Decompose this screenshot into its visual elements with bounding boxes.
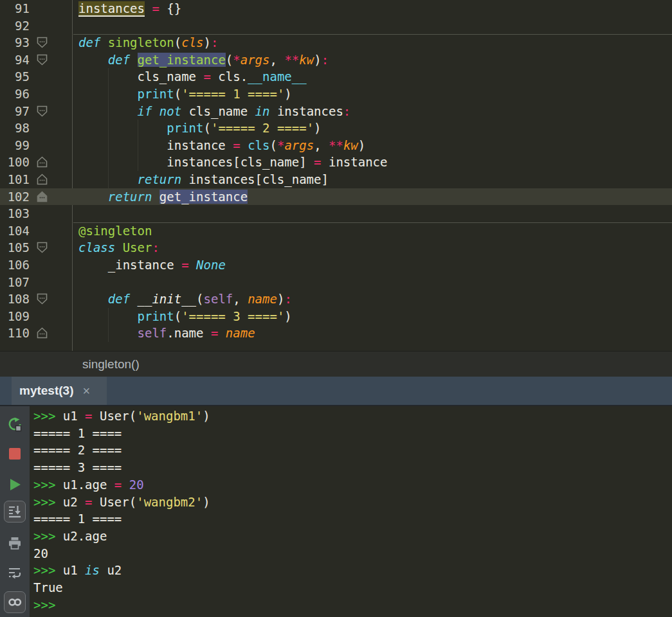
line-number[interactable]: 105 — [0, 239, 30, 256]
gutter-cell[interactable] — [30, 291, 78, 308]
gutter-cell[interactable] — [30, 205, 78, 222]
line-number[interactable]: 110 — [0, 325, 30, 342]
code-token — [241, 138, 248, 152]
python-console[interactable]: >>> u1 = User('wangbm1')===== 1 ========… — [0, 406, 672, 617]
tab-mytest[interactable]: mytest(3) × — [12, 377, 107, 405]
gutter-cell[interactable] — [30, 120, 78, 137]
line-number[interactable]: 99 — [0, 137, 30, 154]
gutter-cell[interactable] — [30, 239, 78, 256]
code-text[interactable]: print('===== 1 ====') — [78, 85, 672, 103]
fold-marker-icon[interactable] — [37, 105, 48, 117]
code-token: get_instance — [159, 190, 248, 204]
code-text[interactable] — [78, 274, 672, 291]
fold-marker-icon[interactable] — [37, 37, 48, 48]
code-text[interactable]: print('===== 3 ====') — [78, 308, 672, 325]
line-number[interactable]: 100 — [0, 154, 30, 171]
code-token: def — [108, 292, 130, 306]
code-token: : — [343, 104, 350, 118]
fold-marker-icon[interactable] — [37, 156, 48, 168]
line-number[interactable]: 104 — [0, 222, 30, 240]
rerun-button[interactable] — [4, 414, 26, 436]
line-number[interactable]: 95 — [0, 68, 30, 85]
scroll-to-end-toggle[interactable] — [4, 501, 26, 523]
code-editor[interactable]: 91instances = {}9293 def singleton(cls):… — [0, 0, 672, 351]
gutter-cell[interactable] — [30, 34, 78, 51]
line-number[interactable]: 109 — [0, 308, 30, 325]
fold-marker-icon[interactable] — [37, 242, 48, 253]
code-text[interactable] — [78, 205, 672, 222]
gutter-cell[interactable] — [30, 171, 78, 188]
line-number[interactable]: 107 — [0, 274, 30, 291]
gutter-cell[interactable] — [30, 256, 78, 274]
line-number[interactable]: 94 — [0, 51, 30, 69]
console-output[interactable]: >>> u1 = User('wangbm1')===== 1 ========… — [30, 406, 672, 617]
line-number[interactable]: 92 — [0, 17, 30, 35]
code-line: 109 print('===== 3 ====') — [0, 308, 672, 325]
stop-button[interactable] — [4, 443, 26, 465]
gutter-cell[interactable] — [30, 188, 78, 206]
fold-marker-icon[interactable] — [37, 327, 48, 339]
line-number[interactable]: 93 — [0, 34, 30, 51]
code-text[interactable]: def singleton(cls): — [78, 34, 672, 51]
fold-marker-icon[interactable] — [37, 293, 48, 305]
line-number[interactable]: 98 — [0, 120, 30, 137]
code-token: u1 — [63, 409, 85, 423]
code-text[interactable]: cls_name = cls.__name__ — [78, 68, 672, 85]
gutter-cell[interactable] — [30, 222, 78, 240]
code-text[interactable]: class User: — [78, 239, 672, 256]
code-text[interactable]: print('===== 2 ====') — [78, 120, 672, 137]
gutter-cell[interactable] — [30, 103, 78, 120]
fold-marker-icon[interactable] — [37, 174, 48, 185]
code-text[interactable]: return get_instance — [78, 188, 672, 206]
code-text[interactable]: instances[cls_name] = instance — [78, 154, 672, 171]
gutter-cell[interactable] — [30, 325, 78, 342]
code-token: : — [152, 240, 159, 255]
line-number[interactable]: 101 — [0, 171, 30, 188]
code-text[interactable]: _instance = None — [78, 256, 672, 274]
gutter-cell[interactable] — [30, 51, 78, 69]
gutter-cell[interactable] — [30, 68, 78, 85]
gutter-cell[interactable] — [30, 274, 78, 291]
line-number[interactable]: 103 — [0, 205, 30, 222]
gutter-cell[interactable] — [30, 137, 78, 154]
print-button[interactable] — [4, 532, 26, 554]
code-token: u1 — [63, 563, 85, 577]
gutter-cell[interactable] — [30, 85, 78, 103]
code-text[interactable]: @singleton — [78, 222, 672, 240]
code-text[interactable]: def __init__(self, name): — [78, 291, 672, 308]
code-line: 105 class User: — [0, 239, 672, 256]
code-line: 98 print('===== 2 ====') — [0, 120, 672, 137]
code-text[interactable]: if not cls_name in instances: — [78, 103, 672, 120]
soft-wrap-toggle[interactable] — [4, 562, 26, 584]
code-token: = — [203, 69, 210, 84]
gutter-cell[interactable] — [30, 308, 78, 325]
fold-marker-icon[interactable] — [37, 54, 48, 66]
fold-marker-icon[interactable] — [37, 191, 48, 202]
gutter-cell[interactable] — [30, 154, 78, 171]
code-text[interactable]: instance = cls(*args, **kw) — [78, 137, 672, 154]
code-token: def — [108, 53, 130, 67]
line-number[interactable]: 106 — [0, 256, 30, 274]
gutter-cell[interactable] — [30, 17, 78, 35]
code-text[interactable]: instances = {} — [78, 0, 672, 17]
execute-button[interactable] — [4, 474, 26, 496]
line-number[interactable]: 102 — [0, 188, 30, 206]
line-number[interactable]: 97 — [0, 103, 30, 120]
code-text[interactable]: return instances[cls_name] — [78, 171, 672, 188]
console-line: True — [33, 579, 672, 596]
line-number[interactable]: 96 — [0, 85, 30, 103]
code-token — [100, 35, 107, 49]
code-text[interactable]: def get_instance(*args, **kw): — [78, 51, 672, 69]
code-token: ) — [204, 35, 211, 49]
line-number[interactable]: 108 — [0, 291, 30, 308]
code-token: 20 — [129, 478, 144, 492]
code-text[interactable] — [78, 17, 672, 35]
close-icon[interactable]: × — [82, 384, 90, 398]
code-text[interactable]: self.name = name — [78, 325, 672, 342]
code-token: is — [85, 563, 100, 577]
code-line: 95 cls_name = cls.__name__ — [0, 68, 672, 85]
gutter-cell[interactable] — [30, 0, 78, 17]
show-variables-toggle[interactable] — [4, 591, 26, 613]
line-number[interactable]: 91 — [0, 0, 30, 17]
indent-guide — [108, 85, 109, 103]
